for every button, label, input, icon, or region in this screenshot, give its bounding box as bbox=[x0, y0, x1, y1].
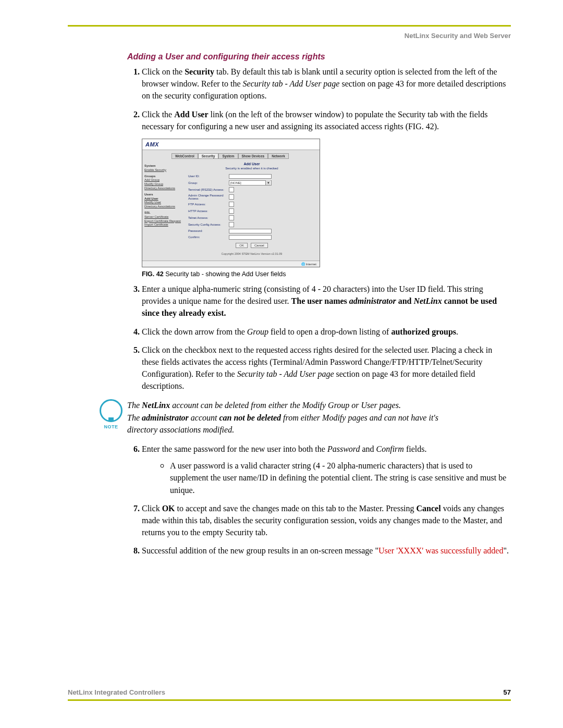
note-block: NOTE The NetLinx account can be deleted … bbox=[95, 399, 511, 436]
side-server-cert[interactable]: Server Certificate bbox=[144, 215, 182, 219]
figure-42: AMX WebControl Security System Show Devi… bbox=[142, 139, 511, 267]
confirm-input[interactable] bbox=[229, 235, 272, 240]
instruction-list: Click on the Security tab. By default th… bbox=[127, 66, 511, 132]
step-8: Successful addition of the new group res… bbox=[142, 545, 511, 557]
tab-security[interactable]: Security bbox=[198, 153, 219, 159]
step-6-sub: A user password is a valid character str… bbox=[170, 458, 511, 496]
instruction-list-cont: Enter a unique alpha-numeric string (con… bbox=[127, 283, 511, 392]
amx-logo: AMX bbox=[142, 139, 320, 150]
security-config-checkbox[interactable] bbox=[229, 222, 234, 227]
header-title: NetLinx Security and Web Server bbox=[68, 32, 511, 40]
cancel-button[interactable]: Cancel bbox=[251, 243, 268, 248]
ftp-checkbox[interactable] bbox=[229, 202, 234, 207]
side-enable-security[interactable]: Enable Security bbox=[144, 168, 182, 172]
instruction-list-cont2: Enter the same password for the new user… bbox=[127, 443, 511, 557]
side-add-group[interactable]: Add Group bbox=[144, 178, 182, 182]
figure-caption: FIG. 42 Security tab - showing the Add U… bbox=[142, 270, 511, 278]
tab-system[interactable]: System bbox=[218, 153, 238, 159]
step-1: Click on the Security tab. By default th… bbox=[142, 66, 511, 102]
tab-webcontrol[interactable]: WebControl bbox=[172, 153, 198, 159]
page-number: 57 bbox=[504, 688, 511, 696]
step-2: Click the Add User link (on the left of … bbox=[142, 108, 511, 132]
user-id-input[interactable] bbox=[229, 174, 272, 179]
admin-pwd-checkbox[interactable] bbox=[229, 194, 234, 200]
form-subtitle: Security is enabled when it is checked bbox=[188, 167, 315, 170]
step-5: Click on the checkbox next to the reques… bbox=[142, 344, 511, 392]
note-label: NOTE bbox=[95, 424, 127, 429]
step-4: Click the down arrow from the Group fiel… bbox=[142, 326, 511, 338]
step-6: Enter the same password for the new user… bbox=[142, 443, 511, 496]
bulb-icon bbox=[100, 399, 123, 422]
side-nav: System Enable Security Groups Add Group … bbox=[142, 159, 184, 261]
side-export-cert[interactable]: Export Certificate Request bbox=[144, 219, 182, 224]
group-select[interactable]: [NONE] bbox=[229, 180, 272, 186]
side-add-user[interactable]: Add User bbox=[144, 197, 182, 201]
side-dir-assoc-1[interactable]: Directory Associations bbox=[144, 187, 182, 191]
password-input[interactable] bbox=[229, 229, 272, 233]
terminal-checkbox[interactable] bbox=[229, 187, 234, 192]
step-7: Click OK to accept and save the changes … bbox=[142, 502, 511, 539]
copyright-text: Copyright 2004 STEM NetLinx Version v2.3… bbox=[188, 252, 315, 255]
footer-title: NetLinx Integrated Controllers bbox=[68, 688, 165, 696]
step-3: Enter a unique alpha-numeric string (con… bbox=[142, 283, 511, 319]
tab-network[interactable]: Network bbox=[268, 153, 289, 159]
side-modify-group[interactable]: Modify Group bbox=[144, 182, 182, 187]
form-title: Add User bbox=[188, 162, 315, 166]
telnet-checkbox[interactable] bbox=[229, 215, 234, 220]
tab-show-devices[interactable]: Show Devices bbox=[238, 153, 268, 159]
section-heading: Adding a User and configuring their acce… bbox=[127, 52, 511, 61]
http-checkbox[interactable] bbox=[229, 208, 234, 214]
side-modify-user[interactable]: Modify User bbox=[144, 201, 182, 205]
status-bar: 🌐 Internet bbox=[142, 261, 320, 267]
side-import-cert[interactable]: Import Certificate bbox=[144, 223, 182, 227]
ok-button[interactable]: OK bbox=[236, 243, 248, 248]
side-dir-assoc-2[interactable]: Directory Associations bbox=[144, 205, 182, 209]
